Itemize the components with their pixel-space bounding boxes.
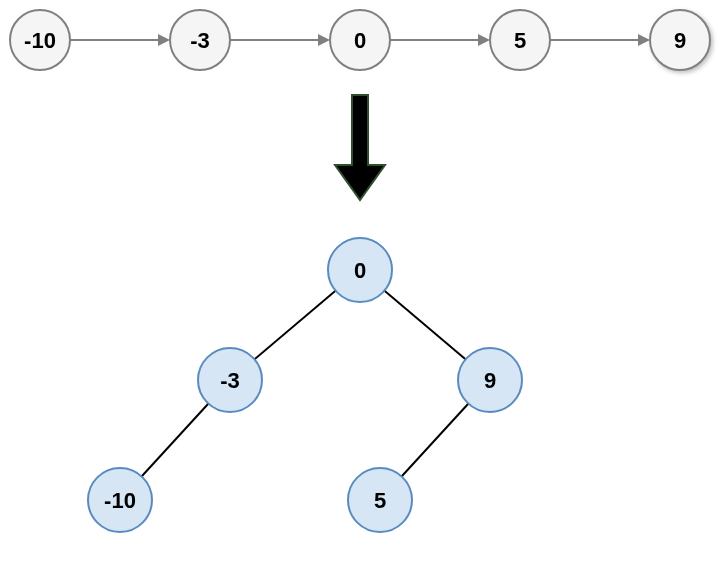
tree-node-left: -3 — [198, 348, 262, 412]
tree-node-root: 0 — [328, 238, 392, 302]
tree-node-right-left: 5 — [348, 468, 412, 532]
list-node-4: 5 — [490, 10, 550, 70]
list-node-2-label: -3 — [190, 28, 210, 53]
tree-node-left-left: -10 — [88, 468, 152, 532]
list-node-5-label: 9 — [674, 28, 686, 53]
tree-node-right: 9 — [458, 348, 522, 412]
tree-node-left-left-label: -10 — [104, 488, 136, 513]
tree-node-root-label: 0 — [354, 258, 366, 283]
svg-marker-13 — [335, 95, 385, 200]
list-node-1: -10 — [10, 10, 70, 70]
transform-arrow-icon — [335, 95, 385, 200]
svg-marker-11 — [638, 34, 650, 46]
list-arrow-1 — [70, 34, 170, 46]
list-node-2: -3 — [170, 10, 230, 70]
list-node-4-label: 5 — [514, 28, 526, 53]
list-arrow-2 — [230, 34, 330, 46]
list-arrow-4 — [550, 34, 650, 46]
list-node-3-label: 0 — [354, 28, 366, 53]
binary-tree: 0 -3 9 -10 5 — [88, 238, 522, 532]
list-node-1-label: -10 — [24, 28, 56, 53]
tree-node-right-label: 9 — [484, 368, 496, 393]
tree-node-right-left-label: 5 — [374, 488, 386, 513]
list-node-5: 9 — [650, 10, 710, 70]
list-arrow-3 — [390, 34, 490, 46]
list-node-3: 0 — [330, 10, 390, 70]
diagram-canvas: -10 -3 0 5 — [0, 0, 724, 562]
svg-marker-5 — [318, 34, 330, 46]
svg-marker-2 — [158, 34, 170, 46]
svg-marker-8 — [478, 34, 490, 46]
linked-list: -10 -3 0 5 — [10, 10, 710, 70]
tree-node-left-label: -3 — [220, 368, 240, 393]
